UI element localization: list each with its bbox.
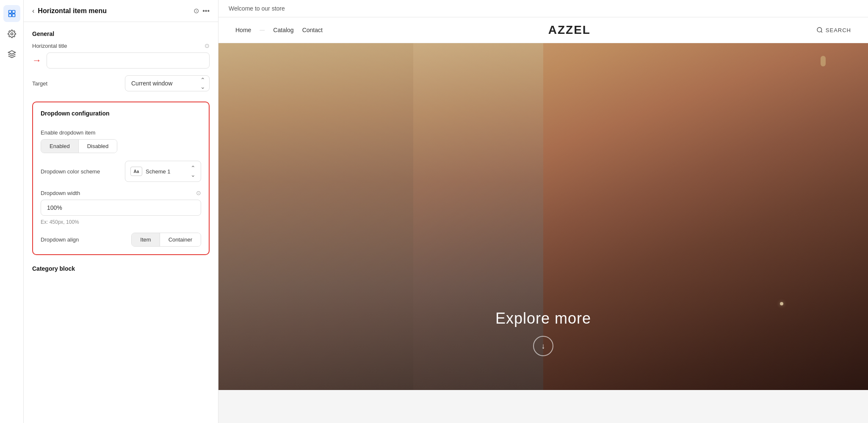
horizontal-title-input-row: → (32, 52, 210, 69)
store-search-button[interactable]: SEARCH (816, 27, 851, 33)
horizontal-title-input[interactable] (47, 52, 210, 69)
store-nav-links: Home — Catalog Contact (235, 27, 323, 33)
search-icon (816, 27, 823, 33)
horizontal-title-field-group: Horizontal title ⊙ → (32, 42, 210, 69)
disabled-button[interactable]: Disabled (79, 140, 117, 153)
color-scheme-field: Dropdown color scheme Aa Scheme 1 ⌃⌄ (41, 161, 201, 182)
database-icon[interactable]: ⊙ (194, 7, 199, 15)
svg-rect-1 (12, 11, 15, 14)
hero-title: Explore more (218, 310, 868, 327)
store-nav: Home — Catalog Contact AZZeL SEARCH (218, 17, 868, 43)
target-label: Target (32, 80, 75, 87)
preview-topbar: Welcome to our store (218, 0, 868, 17)
necklace-decoration (780, 302, 783, 305)
enable-dropdown-toggle: Enabled Disabled (41, 139, 117, 153)
dropdown-align-toggle: Item Container (131, 233, 201, 247)
align-item-button[interactable]: Item (132, 233, 160, 246)
target-select[interactable]: Current window New window (125, 75, 210, 91)
store-preview: Home — Catalog Contact AZZeL SEARCH (218, 17, 868, 423)
svg-rect-0 (8, 11, 11, 14)
sidebar-title: Horizontal item menu (38, 7, 190, 15)
target-select-wrapper: Current window New window ⌃⌄ (125, 75, 210, 91)
scheme-chevron-icon: ⌃⌄ (191, 165, 196, 178)
category-block-section: Category block (32, 264, 210, 277)
enabled-button[interactable]: Enabled (41, 140, 79, 153)
layers-icon-item[interactable] (3, 5, 20, 22)
dropdown-align-field: Dropdown align Item Container (41, 233, 201, 247)
dropdown-width-hint: Ex: 450px, 100% (41, 219, 201, 225)
nav-link-contact[interactable]: Contact (302, 27, 323, 33)
color-scheme-label: Dropdown color scheme (41, 168, 100, 175)
sidebar-content: General Horizontal title ⊙ → Target (24, 22, 218, 286)
preview-area: Welcome to our store Home — Catalog Cont… (218, 0, 868, 423)
hero-scroll-button[interactable]: ↓ (533, 336, 553, 356)
enable-dropdown-field: Enable dropdown item Enabled Disabled (41, 129, 201, 153)
align-container-button[interactable]: Container (160, 233, 201, 246)
sidebar-header-actions: ⊙ ••• (194, 7, 210, 15)
back-button[interactable]: ‹ (32, 7, 34, 15)
earring-decoration (821, 56, 826, 66)
settings-icon-item[interactable] (3, 25, 20, 42)
nav-separator: — (260, 27, 265, 33)
color-scheme-select-wrapper[interactable]: Aa Scheme 1 ⌃⌄ (125, 161, 201, 182)
nav-link-catalog[interactable]: Catalog (273, 27, 293, 33)
general-section-title: General (32, 30, 210, 37)
dropdown-width-label: Dropdown width (41, 190, 80, 196)
dropdown-width-label-row: Dropdown width ⊙ (41, 190, 201, 196)
svg-point-4 (11, 33, 13, 35)
hero-section: Explore more ↓ (218, 43, 868, 390)
svg-rect-3 (12, 14, 15, 17)
grid-icon-item[interactable] (3, 46, 20, 63)
dropdown-width-field: Dropdown width ⊙ Ex: 450px, 100% (41, 190, 201, 225)
icon-bar (0, 0, 24, 423)
color-scheme-row: Dropdown color scheme Aa Scheme 1 ⌃⌄ (41, 161, 201, 182)
preview-topbar-text: Welcome to our store (229, 5, 285, 12)
scroll-down-icon: ↓ (542, 342, 545, 351)
sidebar-panel: ‹ Horizontal item menu ⊙ ••• General Hor… (24, 0, 218, 423)
dropdown-align-label: Dropdown align (41, 236, 83, 243)
more-options-icon[interactable]: ••• (202, 7, 210, 15)
dropdown-config-title: Dropdown configuration (41, 110, 201, 117)
target-field-group: Target Current window New window ⌃⌄ (32, 75, 210, 91)
nav-link-home[interactable]: Home (235, 27, 251, 33)
dropdown-align-row: Dropdown align Item Container (41, 233, 201, 247)
sidebar-header: ‹ Horizontal item menu ⊙ ••• (24, 0, 218, 22)
svg-point-5 (817, 27, 822, 32)
dropdown-width-input[interactable] (41, 200, 201, 216)
category-block-title: Category block (32, 265, 210, 272)
general-section: General Horizontal title ⊙ → Target (32, 30, 210, 91)
dropdown-width-db-icon: ⊙ (196, 190, 201, 196)
scheme-icon: Aa (130, 167, 142, 176)
target-field-row: Target Current window New window ⌃⌄ (32, 75, 210, 91)
hero-text-overlay: Explore more ↓ (218, 310, 868, 356)
store-logo: AZZeL (548, 23, 591, 37)
horizontal-title-label: Horizontal title (32, 43, 67, 49)
search-label: SEARCH (826, 27, 851, 33)
arrow-pointer-icon: → (32, 55, 41, 66)
svg-rect-2 (8, 14, 11, 17)
horizontal-title-db-icon: ⊙ (205, 42, 210, 49)
horizontal-title-label-row: Horizontal title ⊙ (32, 42, 210, 49)
enable-dropdown-label: Enable dropdown item (41, 129, 201, 136)
scheme-text: Scheme 1 (146, 168, 187, 175)
dropdown-config-section: Dropdown configuration Enable dropdown i… (32, 102, 210, 255)
